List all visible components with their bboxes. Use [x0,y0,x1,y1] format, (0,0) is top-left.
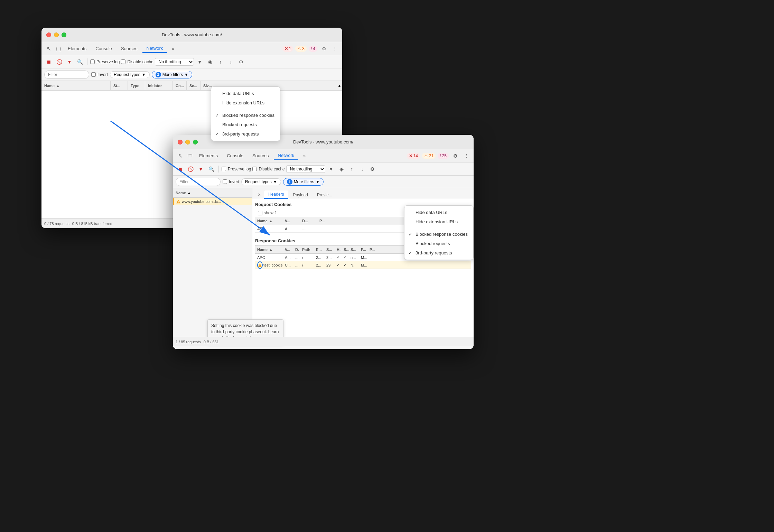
close-button-back[interactable] [46,32,51,37]
menu-hide-ext-urls-front[interactable]: Hide extension URLs [404,217,473,226]
minimize-button-back[interactable] [54,32,59,37]
cursor-icon-front[interactable]: ↖ [176,151,185,160]
maximize-button-front[interactable] [193,140,198,144]
tab-elements-front[interactable]: Elements [195,152,222,160]
more-filters-btn-back[interactable]: 2 More filters ▼ [152,71,192,78]
filter-input-front[interactable] [176,178,221,186]
preserve-log-back[interactable]: Preserve log [90,59,120,64]
upload-icon-back[interactable]: ↑ [216,57,225,66]
req-th-v: V... [283,219,300,223]
search-icon-front[interactable]: 🔍 [207,165,216,174]
minimize-button-front[interactable] [185,140,190,144]
wifi-icon-back[interactable]: ◉ [206,57,215,66]
cursor-icon-back[interactable]: ↖ [44,44,53,53]
device-icon-back[interactable]: ⬚ [54,44,63,53]
menu-blocked-requests-back[interactable]: Blocked requests [211,120,280,129]
menu-blocked-cookies-front[interactable]: Blocked response cookies [404,230,473,239]
settings-icon-front[interactable]: ⚙ [451,151,460,160]
tabs-bar-front: ↖ ⬚ Elements Console Sources Network » ✕… [173,149,474,162]
upload-icon-front[interactable]: ↑ [347,165,356,174]
more-icon-front[interactable]: ⋮ [462,151,471,160]
close-button-front[interactable] [178,140,183,144]
settings2-icon-front[interactable]: ⚙ [368,165,377,174]
invert-checkbox-back[interactable] [91,72,96,77]
tab-more-front[interactable]: » [299,152,310,160]
clear-back[interactable]: 🚫 [55,57,64,66]
request-types-btn-front[interactable]: Request types ▼ [241,178,281,185]
menu-blocked-cookies-back[interactable]: Blocked response cookies [211,111,280,120]
tab-preview[interactable]: Previe... [313,191,336,199]
throttle-arrow-back[interactable]: ▼ [195,57,204,66]
menu-blocked-requests-front[interactable]: Blocked requests [404,239,473,248]
stop-recording-front[interactable]: ⏹ [176,165,185,174]
maximize-button-back[interactable] [62,32,66,37]
preserve-log-checkbox-back[interactable] [90,59,95,64]
th-status-back[interactable]: St... [111,81,128,90]
invert-filter-back[interactable]: Invert [91,72,108,77]
menu-hide-data-urls-back[interactable]: Hide data URLs [211,89,280,98]
throttle-arrow-front[interactable]: ▼ [327,165,336,174]
tab-more-back[interactable]: » [168,45,178,53]
throttle-select-back[interactable]: No throttling [155,58,194,66]
show-filter-checkbox[interactable] [258,211,262,215]
menu-hide-ext-urls-back[interactable]: Hide extension URLs [211,98,280,108]
disable-cache-checkbox-front[interactable] [252,167,257,171]
settings2-icon-back[interactable]: ⚙ [237,57,246,66]
disable-cache-checkbox-back[interactable] [121,59,125,64]
filter-bar-front: Invert Request types ▼ 2 More filters ▼ [173,176,474,188]
invert-filter-front[interactable]: Invert [223,179,239,184]
download-icon-back[interactable]: ↓ [226,57,235,66]
tab-network-back[interactable]: Network [142,44,167,53]
invert-checkbox-front[interactable] [223,179,227,184]
menu-3rd-party-front[interactable]: 3rd-party requests [404,248,473,258]
tab-console-front[interactable]: Console [223,152,248,160]
req-cookie-p-1: ... [317,227,328,231]
req-th-name: Name ▲ [255,219,283,223]
device-icon-front[interactable]: ⬚ [185,151,194,160]
tab-sources-front[interactable]: Sources [248,152,273,160]
throttle-select-front[interactable]: No throttling [286,165,325,173]
search-icon-back[interactable]: 🔍 [75,57,84,66]
preserve-log-checkbox-front[interactable] [222,167,226,171]
settings-icon-back[interactable]: ⚙ [319,44,328,53]
tab-sources-back[interactable]: Sources [117,45,142,53]
menu-3rd-party-back[interactable]: 3rd-party requests [211,129,280,139]
menu-hide-data-urls-front[interactable]: Hide data URLs [404,208,473,217]
filter-input-back[interactable] [44,71,89,79]
th-col1-back[interactable]: Co... [173,81,187,90]
disable-cache-back[interactable]: Disable cache [121,59,153,64]
info-icon-front: ! [440,153,441,158]
tab-network-front[interactable]: Network [274,151,299,160]
tab-console-back[interactable]: Console [91,45,116,53]
left-table-header: Name ▲ [173,188,252,198]
stop-recording-back[interactable]: ⏹ [44,57,53,66]
download-icon-front[interactable]: ↓ [358,165,367,174]
request-types-btn-back[interactable]: Request types ▼ [110,71,150,78]
resp-th-s: S... [324,248,335,252]
close-panel-tab[interactable]: × [255,190,263,199]
resp-th-p: P... [359,248,367,252]
th-type-back[interactable]: Type [128,81,145,90]
resp-sort-arrow: ▲ [269,248,273,252]
more-filters-btn-front[interactable]: 2 More filters ▼ [283,178,324,186]
tab-payload[interactable]: Payload [289,191,312,199]
tab-headers[interactable]: Headers [264,190,288,199]
disable-cache-front[interactable]: Disable cache [252,167,285,171]
dropdown-menu-back: Hide data URLs Hide extension URLs Block… [211,86,280,141]
clear-front[interactable]: 🚫 [186,165,195,174]
filter-icon-front[interactable]: ▼ [196,165,205,174]
wifi-icon-front[interactable]: ◉ [337,165,346,174]
request-row-front[interactable]: ! www.youtube.com;dc... [173,198,252,205]
th-name-back[interactable]: Name ▲ [41,81,111,90]
th-initiator-back[interactable]: Initiator [145,81,173,90]
more-icon-back[interactable]: ⋮ [330,44,339,53]
filter-icon-back[interactable]: ▼ [65,57,74,66]
th-col2-back[interactable]: Se... [187,81,201,90]
resp-cookie-row-2[interactable]: ! test_cookie C... .... / 2... 29 ✓ ✓ N.… [255,261,471,269]
scroll-up-back[interactable]: ▲ [337,84,342,87]
panel-tabs-front: × Headers Payload Previe... [252,188,474,199]
preserve-log-front[interactable]: Preserve log [222,167,251,171]
tab-elements-back[interactable]: Elements [64,45,91,53]
more-filters-badge-front: 2 [287,179,292,185]
req-th-d: D... [300,219,317,223]
